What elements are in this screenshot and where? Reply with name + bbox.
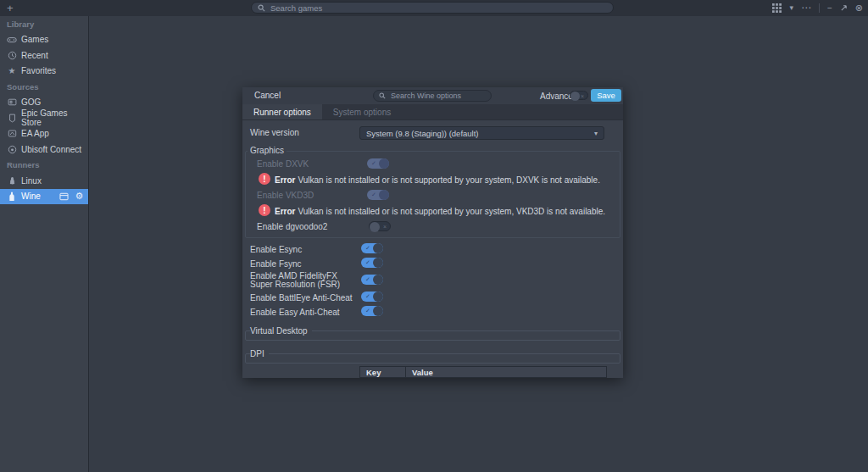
save-button[interactable]: Save <box>591 89 621 102</box>
search-wine-options-input[interactable] <box>389 91 486 101</box>
enable-dgvoodoo2-toggle[interactable]: × <box>369 221 391 231</box>
titlebar-controls: ▾ ⋯ − ⊗ <box>772 0 863 16</box>
chevron-down-icon[interactable]: ▾ <box>789 0 793 16</box>
wine-version-dropdown[interactable]: System (9.8 (Staging)) (default) ▾ <box>359 126 604 140</box>
sidebar-item-ubisoft-connect[interactable]: Ubisoft Connect <box>0 142 88 158</box>
sidebar-item-label: Games <box>21 35 48 44</box>
sidebar-item-games[interactable]: Games <box>0 32 88 48</box>
restore-icon[interactable] <box>840 4 848 12</box>
toggle-knob <box>373 258 383 268</box>
enable-dxvk-label: Enable DXVK <box>257 159 309 169</box>
toggle-check-icon: ✓ <box>365 292 370 302</box>
cancel-button[interactable]: Cancel <box>254 91 281 100</box>
sidebar-item-label: Ubisoft Connect <box>21 145 81 154</box>
wine-options-dialog: Cancel Advanced × Save Runner options Sy… <box>242 87 623 378</box>
wine-version-value: System (9.8 (Staging)) (default) <box>366 129 479 138</box>
sidebar-item-label: Epic Games Store <box>21 108 85 127</box>
titlebar-separator <box>819 3 820 13</box>
grid-view-icon[interactable] <box>772 3 782 13</box>
dxvk-error-message: ErrorVulkan is not installed or is not s… <box>275 175 600 185</box>
dialog-header: Cancel Advanced × Save <box>242 87 623 104</box>
error-icon: ! <box>259 204 270 216</box>
key-value-table: Key Value <box>359 366 607 378</box>
table-header-key[interactable]: Key <box>360 367 406 377</box>
search-icon <box>379 92 386 99</box>
add-game-button[interactable]: + <box>7 1 14 15</box>
menu-dots-icon[interactable]: ⋯ <box>801 0 811 16</box>
enable-battleye-label: Enable BattlEye Anti-Cheat <box>250 293 353 303</box>
error-text: Vulkan is not installed or is not suppor… <box>298 175 599 185</box>
dpi-frame[interactable] <box>245 353 620 364</box>
enable-fsr-label: Enable AMD FidelityFX Super Resolution (… <box>250 272 357 289</box>
toggle-check-icon: ✓ <box>371 158 376 169</box>
error-prefix: Error <box>275 207 295 216</box>
sidebar-header-library: Library <box>0 16 88 32</box>
vkd3d-error-message: ErrorVulkan is not installed or is not s… <box>275 207 605 216</box>
search-icon <box>258 4 265 12</box>
search-games-input[interactable] <box>269 3 607 14</box>
wine-version-label: Wine version <box>250 128 299 137</box>
toggle-knob <box>373 275 383 285</box>
sidebar-item-label: Wine <box>21 192 41 201</box>
tab-runner-options[interactable]: Runner options <box>242 104 322 119</box>
star-icon: ★ <box>7 66 17 76</box>
toggle-knob <box>373 306 383 316</box>
toggle-check-icon: ✓ <box>365 243 370 253</box>
advanced-toggle[interactable]: × <box>570 91 588 100</box>
toggle-knob <box>373 243 383 253</box>
sidebar-item-label: Linux <box>21 176 42 186</box>
enable-eac-toggle[interactable]: ✓ <box>361 306 383 316</box>
close-icon[interactable]: ⊗ <box>855 0 863 16</box>
toggle-cross-icon: × <box>581 92 584 101</box>
toggle-knob <box>373 292 383 302</box>
sidebar-item-gog[interactable]: GOG <box>0 95 88 111</box>
toggle-knob <box>379 190 389 200</box>
enable-battleye-toggle[interactable]: ✓ <box>361 292 383 302</box>
sidebar-item-favorites[interactable]: ★ Favorites <box>0 64 88 80</box>
graphics-fieldset: Enable DXVK ✓ ! ErrorVulkan is not insta… <box>245 151 620 238</box>
sidebar-item-ea-app[interactable]: EA App <box>0 126 88 142</box>
sidebar-item-recent[interactable]: Recent <box>0 47 88 64</box>
search-wine-options-box[interactable] <box>373 90 492 102</box>
toggle-knob <box>379 158 389 169</box>
enable-vkd3d-label: Enable VKD3D <box>257 191 314 200</box>
error-text: Vulkan is not installed or is not suppor… <box>298 207 605 216</box>
sidebar-item-linux[interactable]: Linux <box>0 173 88 189</box>
enable-eac-label: Enable Easy Anti-Cheat <box>250 308 340 317</box>
gamepad-icon <box>7 35 17 45</box>
enable-esync-toggle[interactable]: ✓ <box>361 243 383 253</box>
virtual-desktop-label: Virtual Desktop <box>250 326 312 336</box>
manage-runner-versions-icon[interactable] <box>58 191 70 202</box>
minimize-icon[interactable]: − <box>827 0 832 16</box>
search-games-box[interactable] <box>251 2 614 14</box>
sidebar-item-epic-games-store[interactable]: Epic Games Store <box>0 110 88 126</box>
toggle-check-icon: ✓ <box>365 275 370 285</box>
sidebar-item-label: GOG <box>21 97 41 107</box>
graphics-legend: Graphics <box>248 146 287 155</box>
sidebar-item-label: EA App <box>21 129 49 138</box>
epic-games-icon <box>7 113 17 123</box>
toggle-check-icon: ✓ <box>371 190 376 200</box>
configure-runner-gear-icon[interactable]: ⚙ <box>74 191 85 202</box>
tab-system-options[interactable]: System options <box>322 104 402 119</box>
dpi-label: DPI <box>250 349 269 358</box>
enable-fsync-toggle[interactable]: ✓ <box>361 258 383 268</box>
enable-esync-label: Enable Esync <box>250 245 302 254</box>
sidebar-item-wine[interactable]: Wine ⚙ <box>0 189 88 205</box>
enable-dxvk-toggle[interactable]: ✓ <box>367 158 389 169</box>
sidebar: Library Games Recent ★ Favorites <box>0 16 89 472</box>
tux-icon <box>7 175 17 186</box>
ea-icon <box>7 129 17 139</box>
lutris-window: + ▾ ⋯ − <box>0 0 868 472</box>
toggle-knob <box>370 222 380 232</box>
toggle-cross-icon: × <box>383 222 387 232</box>
table-header-value[interactable]: Value <box>406 367 439 377</box>
toggle-knob <box>570 92 580 101</box>
gog-icon <box>7 97 17 108</box>
enable-vkd3d-toggle[interactable]: ✓ <box>367 190 389 200</box>
enable-dgvoodoo2-label: Enable dgvoodoo2 <box>257 222 327 231</box>
sidebar-item-label: Recent <box>21 51 48 60</box>
toggle-check-icon: ✓ <box>365 258 370 268</box>
clock-icon <box>7 50 17 60</box>
enable-fsr-toggle[interactable]: ✓ <box>361 275 383 285</box>
